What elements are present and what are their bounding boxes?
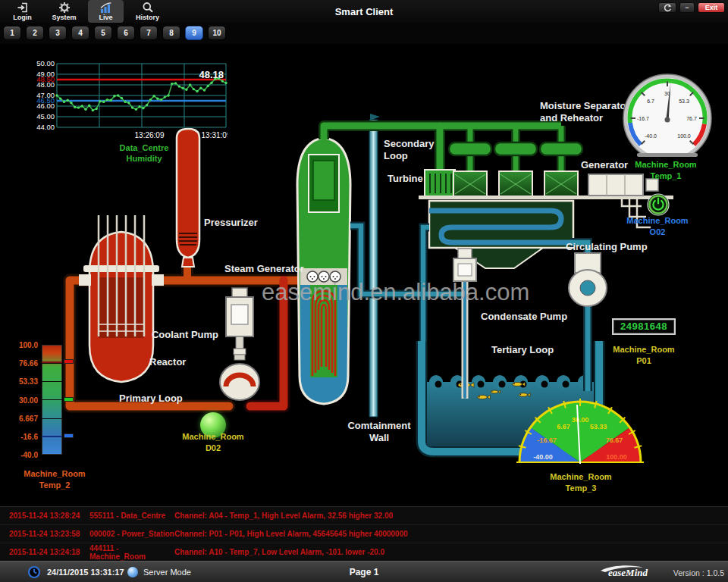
- gauge3-tick: 100.00: [606, 453, 627, 461]
- moisture-separators: [449, 142, 582, 155]
- gauge3-tick: 76.67: [606, 436, 623, 444]
- alarm-row[interactable]: 2015-11-24 13:23:58000002 - Power_Statio…: [0, 525, 728, 543]
- label-containment-wall-2: Wall: [369, 432, 389, 443]
- label-steam-generator: Steam Generator: [224, 263, 304, 274]
- label-coolant-pump: Coolant Pump: [152, 329, 218, 340]
- alarm-time: 2015-11-24 13:28:24: [9, 512, 89, 520]
- server-mode-indicator: [127, 567, 138, 577]
- bar-low-limit-line: [42, 436, 62, 437]
- bar-gauge-tick: -40.0: [20, 451, 38, 459]
- page-tab-8[interactable]: 8: [162, 26, 180, 40]
- page-tab-10[interactable]: 10: [208, 26, 226, 40]
- gauge3-tick: 6.67: [557, 423, 570, 430]
- page-tab-2[interactable]: 2: [26, 26, 44, 40]
- switch-o02-label: Machine_RoomO02: [607, 215, 708, 238]
- page-tabs: 12345678910: [3, 26, 226, 40]
- status-mode: Server Mode: [143, 568, 191, 577]
- alarm-message: Channel: P01 - P01, High Level Alarm, 45…: [174, 530, 728, 538]
- power-icon: [646, 192, 670, 217]
- condenser: [429, 201, 573, 268]
- x-tick: 13:31:09: [202, 131, 228, 139]
- alarm-list: 2015-11-24 13:28:24555111 - Data_CentreC…: [0, 506, 728, 561]
- alarm-source: 555111 - Data_Centre: [89, 512, 174, 520]
- alarm-source: 000002 - Power_Station: [89, 530, 174, 538]
- label-secondary-loop-2: Loop: [384, 150, 408, 161]
- counter-p01-label: Machine_RoomP01: [598, 344, 690, 367]
- page-tab-4[interactable]: 4: [71, 26, 89, 40]
- label-circulating-pump: Circulating Pump: [566, 241, 648, 252]
- minimize-button[interactable]: −: [679, 2, 695, 13]
- alarm-time: 2015-11-24 13:24:18: [9, 548, 89, 556]
- y-tick: 45.00: [36, 112, 55, 120]
- label-pressurizer: Pressurizer: [204, 217, 258, 228]
- trend-title-1: Data_Centre: [120, 143, 169, 152]
- gauge-temp1-label: Machine_RoomTemp_1: [619, 159, 713, 182]
- alarm-source: 444111 - Machine_Room: [89, 544, 174, 561]
- x-tick: 13:26:09: [135, 131, 165, 139]
- steam-generator-vessel: [297, 138, 350, 404]
- switch-o02-widget[interactable]: Machine_RoomO02: [646, 192, 670, 220]
- bar-high-limit-line: [42, 361, 62, 363]
- label-moisture-separator-1: Moisture Separator: [540, 100, 629, 111]
- page-tab-6[interactable]: 6: [117, 26, 135, 40]
- refresh-button[interactable]: [658, 2, 676, 13]
- watermark: easemind.en.alibaba.com: [262, 279, 529, 305]
- alarm-row[interactable]: 2015-11-24 13:28:24555111 - Data_CentreC…: [0, 507, 728, 525]
- page-tab-5[interactable]: 5: [94, 26, 112, 40]
- alarm-message: Channel: A04 - Temp_1, High Level Alarm,…: [174, 512, 728, 520]
- gauge-temp3-label: Machine_RoomTemp_3: [530, 471, 632, 494]
- page-tab-7[interactable]: 7: [140, 26, 158, 40]
- status-version: Version : 1.0.5: [673, 568, 724, 577]
- brand-logo: easeMind: [598, 565, 661, 581]
- bar-gauge-tick: 76.66: [19, 359, 38, 368]
- led-d02-label: Machine_RoomD02: [160, 431, 266, 454]
- label-tertiary-loop: Tertiary Loop: [491, 344, 554, 355]
- alarm-row[interactable]: 2015-11-24 13:24:18444111 - Machine_Room…: [0, 543, 728, 562]
- trend-current-value: 48.18: [199, 69, 224, 80]
- gauge1-tick: 6.7: [647, 99, 654, 104]
- refresh-icon: [663, 4, 672, 12]
- label-containment-wall-1: Comtainment: [347, 420, 411, 431]
- bar-gauge-tick: -16.6: [20, 432, 38, 440]
- high-limit-label: 48.50: [36, 75, 55, 83]
- counter-p01[interactable]: 24981648: [612, 318, 676, 335]
- alarm-time: 2015-11-24 13:23:58: [9, 530, 89, 538]
- y-tick: 50.00: [36, 59, 55, 67]
- page-tab-9[interactable]: 9: [185, 26, 203, 40]
- label-turbine: Turbine: [388, 173, 423, 184]
- gauge-temp1-widget[interactable]: -40.0 -16.7 6.7 30 53.3 76.7 100.0 Machi…: [620, 71, 714, 164]
- gauge1-tick: -16.7: [637, 116, 649, 121]
- trend-chart-widget[interactable]: 50.00 49.00 48.00 47.00 46.00 45.00 44.0…: [34, 59, 228, 164]
- label-moisture-separator-2: and Reheator: [540, 112, 603, 124]
- gauge1-tick: 53.3: [679, 99, 689, 104]
- label-secondary-loop-1: Secondary: [384, 138, 435, 149]
- trend-title-2: Humidity: [126, 154, 162, 163]
- clock-icon: [27, 565, 41, 582]
- low-limit-label: 46.50: [36, 96, 55, 105]
- gauge1-tick: 100.0: [677, 133, 691, 139]
- titlebar: Login System Live History Smart: [0, 0, 728, 23]
- bar-value-marker: [64, 397, 74, 402]
- exit-button[interactable]: Exit: [698, 2, 725, 13]
- gauge1-tick: -40.0: [645, 133, 657, 139]
- coolant-pump: [220, 288, 259, 400]
- page-tab-1[interactable]: 1: [3, 26, 21, 40]
- gauge-temp3-widget[interactable]: -40.00 -16.67 6.67 30.00 53.33 76.67 100…: [516, 399, 645, 470]
- label-primary-loop: Primary Loop: [119, 393, 183, 404]
- bar-gauge-tick: 30.00: [19, 396, 38, 404]
- gauge1-tick: 76.7: [686, 116, 697, 121]
- label-condensate-pump: Condensate Pump: [481, 311, 567, 322]
- gauge3-tick: 53.33: [590, 423, 607, 430]
- status-datetime: 24/11/2015 13:31:17: [47, 568, 124, 577]
- label-reactor: Reactor: [149, 356, 186, 368]
- gauge3-tick: 30.00: [572, 416, 589, 424]
- bar-low-marker: [64, 433, 74, 438]
- bar-gauge-temp2-widget[interactable]: 100.076.6653.3330.006.667-16.6-40.0 Mach…: [12, 341, 111, 496]
- page-tab-3[interactable]: 3: [49, 26, 67, 40]
- smart-client-window: Login System Live History Smart: [0, 0, 728, 582]
- gauge3-tick: -40.00: [533, 453, 553, 461]
- statusbar: 24/11/2015 13:31:17 Server Mode Page 1 e…: [0, 561, 728, 582]
- gauge3-tick: -16.67: [537, 436, 557, 444]
- bar-gauge-ticks: 100.076.6653.3330.006.667-16.6-40.0: [12, 345, 39, 455]
- bar-gauge-temp2-label: Machine_RoomTemp_2: [12, 468, 97, 491]
